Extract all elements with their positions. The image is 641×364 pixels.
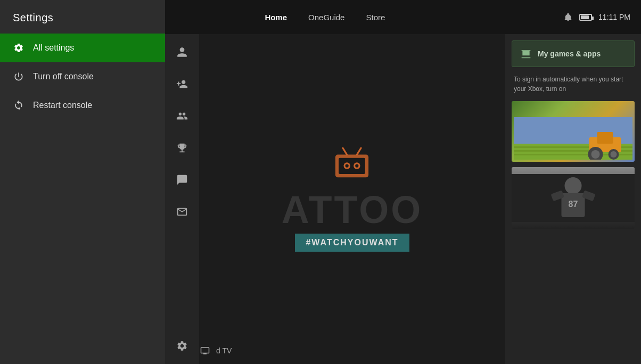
sidebar-icon-achievements[interactable] [172,138,192,158]
sign-in-text: To sign in automatically when you start … [512,72,635,96]
games-icon [521,48,531,59]
tattoo-logo: ATTOO #WATCHYOUWANT [282,146,423,252]
settings-item-all-settings[interactable]: All settings [0,34,165,62]
all-settings-label: All settings [33,43,74,53]
nav-home[interactable]: Home [265,13,287,22]
svg-rect-1 [339,158,366,174]
sidebar-icon-chat-bubbles[interactable] [172,170,192,189]
svg-point-7 [356,164,359,167]
svg-point-16 [591,150,600,159]
battery-icon [579,14,592,21]
svg-text:87: 87 [569,200,578,209]
svg-point-20 [565,177,582,194]
sidebar-icon-party[interactable] [172,106,192,126]
my-games-apps-button[interactable]: My games & apps [512,40,635,67]
settings-item-restart[interactable]: Restart console [0,91,165,120]
power-icon [13,71,24,82]
top-nav-right: 11:11 PM [563,12,630,22]
football-card[interactable]: 87 Take your team all the way [512,167,635,229]
right-panel: My games & apps To sign in automatically… [505,34,641,364]
farming-simulator-image [512,101,635,162]
sidebar-icon-message[interactable] [172,202,192,221]
settings-item-turn-off[interactable]: Turn off console [0,62,165,91]
farming-simulator-card[interactable]: Play Farming Simulator 17 [512,101,635,162]
center-content: ATTOO #WATCHYOUWANT [199,34,505,364]
top-navigation: Home OneGuide Store 11:11 PM [165,0,641,34]
tattoo-tagline: #WATCHYOUWANT [295,234,409,252]
notification-icon [563,12,573,22]
svg-point-18 [611,151,617,158]
my-games-label: My games & apps [538,49,601,58]
restart-icon [13,100,24,111]
tv-bar: d TV [199,346,232,355]
tattoo-tv-icon [282,146,423,184]
tattoo-text: ATTOO [282,188,423,231]
turn-off-label: Turn off console [33,72,94,81]
svg-line-2 [343,148,347,154]
tv-label: d TV [216,346,232,355]
gear-icon [13,42,24,54]
nav-store[interactable]: Store [366,13,385,22]
sidebar-icon-strip [165,34,199,364]
nav-links: Home OneGuide Store [265,13,385,22]
svg-point-5 [346,164,349,167]
svg-rect-14 [597,132,613,144]
sidebar-icon-settings[interactable] [172,336,192,355]
nav-oneguide[interactable]: OneGuide [308,13,344,22]
football-card-image: 87 [512,167,635,229]
restart-label: Restart console [33,101,92,110]
settings-panel: Settings All settings Turn off console R… [0,0,165,364]
settings-title: Settings [0,0,165,34]
svg-line-3 [357,148,361,154]
sidebar-icon-profile[interactable] [172,43,192,62]
clock: 11:11 PM [598,13,630,21]
sidebar-icon-friends[interactable] [172,75,192,94]
tv-icon [199,346,211,355]
